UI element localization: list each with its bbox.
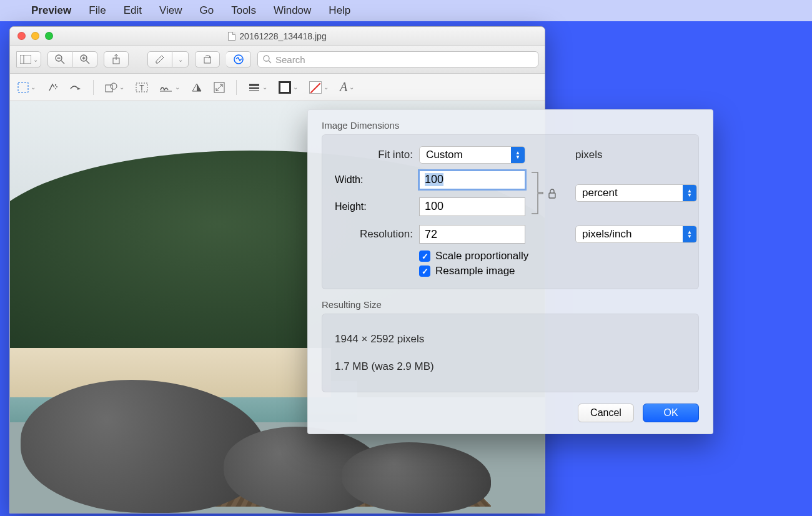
main-toolbar: ⌄ ⌄ Search bbox=[10, 46, 545, 74]
svg-line-6 bbox=[86, 61, 89, 64]
select-arrows-icon: ▲▼ bbox=[683, 226, 696, 242]
menu-file[interactable]: File bbox=[80, 4, 114, 17]
result-filesize: 1.7 MB (was 2.9 MB) bbox=[335, 353, 686, 380]
menu-view[interactable]: View bbox=[151, 4, 191, 17]
lock-icon[interactable] bbox=[548, 189, 557, 201]
zoom-in-button[interactable] bbox=[72, 51, 97, 67]
resolution-input[interactable] bbox=[419, 225, 525, 244]
menu-help[interactable]: Help bbox=[320, 4, 359, 17]
separator bbox=[236, 80, 237, 95]
menu-window[interactable]: Window bbox=[265, 4, 320, 17]
adjust-size-dialog: Image Dimensions Fit into: Custom ▲▼ pix… bbox=[307, 109, 713, 434]
line-style-tool[interactable]: ⌄ bbox=[248, 83, 267, 92]
cancel-button[interactable]: Cancel bbox=[578, 404, 634, 422]
adjust-size-tool[interactable] bbox=[214, 82, 225, 93]
svg-rect-12 bbox=[204, 57, 210, 63]
highlight-button[interactable] bbox=[147, 51, 172, 67]
resulting-size-box: 1944 × 2592 pixels 1.7 MB (was 2.9 MB) bbox=[322, 314, 699, 392]
highlight-menu-button[interactable]: ⌄ bbox=[172, 51, 189, 67]
close-window-button[interactable] bbox=[17, 32, 26, 40]
height-label: Height: bbox=[335, 201, 413, 212]
svg-point-17 bbox=[55, 84, 56, 85]
scale-proportionally-checkbox[interactable]: ✓ bbox=[419, 251, 430, 262]
result-dimensions: 1944 × 2592 pixels bbox=[335, 325, 686, 353]
resolution-label: Resolution: bbox=[335, 228, 413, 241]
height-input[interactable] bbox=[419, 197, 525, 216]
rotate-button[interactable] bbox=[195, 51, 220, 67]
wh-units-select[interactable]: percent ▲▼ bbox=[575, 184, 697, 202]
zoom-window-button[interactable] bbox=[45, 32, 53, 40]
shapes-tool[interactable]: ⌄ bbox=[105, 82, 124, 93]
minimize-window-button[interactable] bbox=[31, 32, 39, 40]
sketch-tool[interactable] bbox=[69, 82, 82, 92]
search-placeholder: Search bbox=[275, 54, 305, 65]
fit-into-label: Fit into: bbox=[335, 149, 413, 161]
menu-tools[interactable]: Tools bbox=[222, 4, 265, 17]
markup-button[interactable] bbox=[226, 51, 251, 67]
image-dimensions-title: Image Dimensions bbox=[322, 120, 699, 131]
select-arrows-icon: ▲▼ bbox=[511, 147, 525, 163]
scale-proportionally-label: Scale proportionally bbox=[435, 250, 528, 262]
resample-image-checkbox[interactable]: ✓ bbox=[419, 265, 430, 277]
svg-line-3 bbox=[61, 61, 64, 64]
menu-edit[interactable]: Edit bbox=[115, 4, 151, 17]
svg-marker-11 bbox=[156, 56, 164, 63]
menu-go[interactable]: Go bbox=[191, 4, 223, 17]
svg-text:T: T bbox=[139, 84, 144, 92]
fit-into-select[interactable]: Custom ▲▼ bbox=[419, 146, 525, 164]
svg-point-19 bbox=[55, 88, 56, 89]
instant-alpha-tool[interactable] bbox=[47, 82, 58, 93]
width-label: Width: bbox=[335, 174, 413, 186]
window-title: 20161228_134418.jpg bbox=[239, 31, 326, 41]
adjust-color-tool[interactable] bbox=[191, 82, 202, 92]
markup-toolbar: ⌄ ⌄ T ⌄ ⌄ ⌄ ⌄ A⌄ bbox=[10, 74, 545, 101]
fill-color-tool[interactable]: ⌄ bbox=[309, 81, 329, 94]
zoom-out-button[interactable] bbox=[47, 51, 72, 67]
menubar: Preview File Edit View Go Tools Window H… bbox=[0, 0, 812, 21]
svg-line-15 bbox=[269, 61, 271, 63]
ok-button[interactable]: OK bbox=[643, 404, 699, 422]
search-input[interactable]: Search bbox=[257, 51, 538, 67]
border-color-tool[interactable]: ⌄ bbox=[279, 81, 298, 94]
width-input[interactable] bbox=[419, 171, 525, 189]
sidebar-toggle-button[interactable]: ⌄ bbox=[16, 51, 41, 67]
select-arrows-icon: ▲▼ bbox=[683, 185, 696, 201]
svg-rect-0 bbox=[20, 55, 31, 64]
text-tool[interactable]: T bbox=[136, 82, 148, 93]
svg-point-18 bbox=[56, 86, 57, 87]
svg-point-22 bbox=[111, 83, 117, 89]
document-icon bbox=[228, 32, 235, 41]
svg-point-14 bbox=[264, 56, 269, 61]
font-tool[interactable]: A⌄ bbox=[340, 80, 354, 94]
sign-tool[interactable]: ⌄ bbox=[159, 82, 180, 92]
resample-image-label: Resample image bbox=[435, 265, 515, 277]
search-icon bbox=[263, 55, 272, 64]
svg-rect-33 bbox=[549, 193, 555, 198]
svg-rect-16 bbox=[18, 82, 28, 92]
menu-app[interactable]: Preview bbox=[22, 4, 80, 17]
titlebar[interactable]: 20161228_134418.jpg bbox=[10, 27, 545, 46]
resolution-units-select[interactable]: pixels/inch ▲▼ bbox=[575, 226, 697, 243]
separator bbox=[93, 80, 94, 95]
selection-tool[interactable]: ⌄ bbox=[17, 82, 36, 93]
svg-line-29 bbox=[216, 84, 222, 91]
share-button[interactable] bbox=[104, 51, 129, 67]
svg-marker-20 bbox=[77, 87, 81, 90]
fit-into-units: pixels bbox=[575, 149, 697, 161]
resulting-size-title: Resulting Size bbox=[322, 299, 699, 310]
